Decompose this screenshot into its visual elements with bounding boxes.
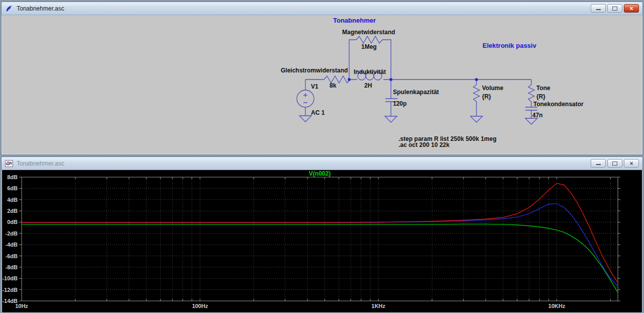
- value-47n[interactable]: 47n: [532, 112, 543, 119]
- schematic-canvas[interactable]: Tonabnehmer Elektronik passiv Magnetwide…: [2, 15, 642, 154]
- value-ac1[interactable]: AC 1: [311, 110, 325, 116]
- close-button-2[interactable]: ×: [624, 159, 639, 168]
- minimize-icon: [596, 164, 601, 165]
- label-volume[interactable]: Volume: [482, 85, 503, 92]
- close-icon: ×: [629, 6, 633, 12]
- trace-title[interactable]: V(n002): [285, 170, 355, 177]
- comment-tonabnehmer[interactable]: Tonabnehmer: [333, 17, 376, 24]
- close-icon: ×: [629, 161, 633, 167]
- ground-v1: [299, 116, 311, 122]
- waveform-window: Tonabnehmer.asc × 8dB6dB4dB2dB0dB-2dB-4d…: [1, 156, 643, 313]
- resistor-8k[interactable]: [324, 76, 350, 83]
- x-tick-label: 10KHz: [542, 303, 572, 309]
- directive-ac[interactable]: .ac oct 200 10 22k: [398, 142, 449, 148]
- schematic-window: Tonabnehmer.asc ×: [1, 2, 643, 155]
- x-tick-label: 10Hz: [7, 303, 37, 309]
- waveform-plot-area[interactable]: 8dB6dB4dB2dB0dB-2dB-4dB-6dB-8dB-10dB-12d…: [2, 170, 642, 312]
- restore-icon: [612, 7, 617, 11]
- waveform-window-titlebar[interactable]: Tonabnehmer.asc ×: [2, 157, 642, 170]
- restore-icon: [612, 162, 617, 166]
- y-tick-label: -4dB: [2, 242, 18, 248]
- y-tick-label: -2dB: [2, 230, 18, 237]
- value-2h[interactable]: 2H: [364, 83, 372, 89]
- schematic-window-titlebar[interactable]: Tonabnehmer.asc ×: [2, 2, 642, 15]
- restore-button-2[interactable]: [607, 159, 622, 168]
- y-tick-label: -8dB: [2, 264, 18, 270]
- ground-volume: [470, 116, 482, 122]
- y-tick-label: 6dB: [2, 185, 18, 191]
- y-tick-label: -6dB: [2, 253, 18, 259]
- value-120p[interactable]: 120p: [393, 101, 407, 107]
- x-tick-label: 100Hz: [185, 303, 215, 309]
- resistor-1meg[interactable]: [356, 36, 382, 43]
- y-tick-label: 8dB: [2, 174, 18, 180]
- label-gleichstromwiderstand[interactable]: Gleichstromwiderstand: [281, 67, 348, 74]
- label-tone[interactable]: Tone: [536, 85, 550, 92]
- waveform-icon[interactable]: [5, 160, 13, 167]
- comment-elektronik-passiv[interactable]: Elektronik passiv: [482, 42, 536, 49]
- y-tick-label: 4dB: [2, 197, 18, 203]
- schematic-window-title: Tonabnehmer.asc: [17, 5, 64, 12]
- resistor-volume[interactable]: [473, 80, 479, 116]
- y-tick-label: -10dB: [2, 275, 18, 281]
- trace-R=1meg[interactable]: [22, 183, 618, 283]
- label-magnetwiderstand[interactable]: Magnetwiderstand: [342, 29, 395, 36]
- value-1meg[interactable]: 1Meg: [361, 44, 377, 50]
- x-tick-label: 1KHz: [363, 303, 393, 309]
- capacitor-120p[interactable]: [385, 80, 397, 116]
- bode-plot-svg[interactable]: [2, 170, 643, 312]
- value-tone-r[interactable]: {R}: [536, 94, 545, 100]
- ground-tone: [525, 118, 537, 124]
- ltspice-schematic-icon[interactable]: [5, 5, 13, 13]
- value-volume-r[interactable]: {R}: [482, 94, 491, 100]
- minimize-button-2[interactable]: [591, 159, 606, 168]
- restore-button[interactable]: [607, 4, 622, 13]
- y-tick-label: -12dB: [2, 287, 18, 293]
- label-spulenkapazitaet[interactable]: Spulenkapazität: [393, 89, 439, 96]
- minimize-button[interactable]: [591, 4, 606, 13]
- waveform-window-title: Tonabnehmer.asc: [17, 160, 64, 167]
- trace-R=500k[interactable]: [22, 204, 618, 286]
- value-8k[interactable]: 8k: [330, 83, 336, 89]
- minimize-icon: [596, 9, 601, 10]
- label-v1[interactable]: V1: [311, 84, 318, 90]
- y-tick-label: 2dB: [2, 208, 18, 214]
- label-induktivitaet[interactable]: Induktivität: [354, 69, 386, 75]
- close-button[interactable]: ×: [624, 4, 639, 13]
- y-tick-label: 0dB: [2, 219, 18, 225]
- trace-R=250k[interactable]: [22, 224, 618, 292]
- ground-120p: [385, 116, 397, 122]
- label-tonekondensator[interactable]: Tonekondensator: [533, 101, 584, 108]
